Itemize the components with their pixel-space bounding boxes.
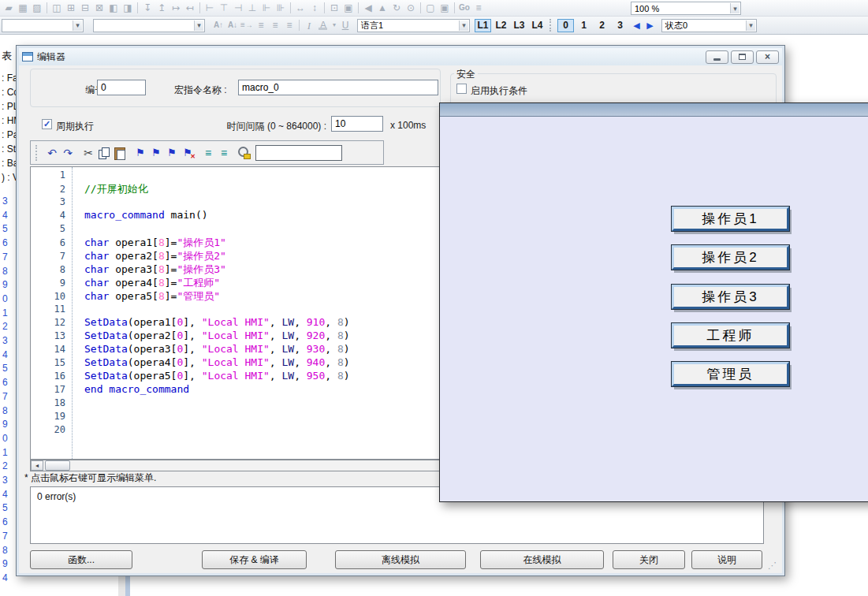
toolbar-grip[interactable]	[549, 19, 553, 32]
language-combo[interactable]: 语言1 ▾	[357, 19, 470, 32]
toolbar-grip[interactable]	[35, 145, 39, 161]
sidebar-item-fragment[interactable]: : Co	[2, 87, 16, 98]
align-window-left-icon[interactable]: ◫	[50, 2, 64, 14]
sidebar-window-number-fragment[interactable]: 7	[2, 251, 8, 263]
layer-button-l2[interactable]: L2	[493, 19, 509, 32]
dialog-titlebar[interactable]: 编辑器 ×	[19, 48, 782, 65]
state-index-button-1[interactable]: 1	[576, 19, 592, 32]
resize-grip-icon[interactable]: ⋰	[768, 561, 777, 571]
interval-input[interactable]	[331, 116, 383, 132]
sidebar-window-number-fragment[interactable]: 8	[2, 545, 8, 556]
sidebar-window-number-fragment[interactable]: 9	[2, 419, 8, 430]
font-color-icon[interactable]: A	[316, 19, 330, 32]
same-size-icon[interactable]: ⊡	[327, 2, 341, 14]
offline-simulation-button[interactable]: 离线模拟	[335, 550, 466, 569]
chevron-down-icon[interactable]: ▾	[73, 20, 82, 31]
previous-state-arrow-icon[interactable]: ◀	[630, 20, 643, 31]
prev-bookmark-icon[interactable]: ⚑	[164, 145, 180, 161]
font-color-chevron-icon[interactable]: ▾	[330, 19, 338, 32]
align-horizontal-centers-icon[interactable]: ⊩	[259, 2, 274, 14]
sidebar-window-number-fragment[interactable]: 2	[2, 321, 8, 332]
online-simulation-button[interactable]: 在线模拟	[480, 550, 604, 569]
sidebar-item-fragment[interactable]: : Fa	[2, 73, 16, 84]
group-icon[interactable]: ▢	[423, 2, 438, 14]
sidebar-window-number-fragment[interactable]: 6	[2, 516, 8, 527]
flip-vertical-icon[interactable]: ▲	[375, 2, 389, 14]
chevron-down-icon[interactable]: ▾	[730, 3, 739, 13]
sidebar-window-number-fragment[interactable]: 9	[2, 558, 8, 569]
periodic-execution-checkbox[interactable]: ✓	[42, 119, 52, 129]
italic-icon[interactable]: I	[302, 19, 316, 32]
font-combo[interactable]: ▾	[2, 19, 84, 32]
find-text-input[interactable]	[255, 145, 342, 161]
hmi-user-button-3[interactable]: 操作员3	[672, 285, 789, 309]
state-index-button-3[interactable]: 3	[612, 19, 628, 32]
cut-icon[interactable]: ✂	[80, 145, 96, 161]
chevron-down-icon[interactable]: ▾	[194, 20, 203, 31]
layer-icon[interactable]: ≡	[471, 2, 486, 14]
text-wrap-icon[interactable]: ≡→	[240, 19, 254, 32]
state-index-button-2[interactable]: 2	[594, 19, 610, 32]
align-text-right-icon[interactable]: ≡	[282, 19, 296, 32]
minimize-button[interactable]	[706, 50, 728, 64]
distribute-up-icon[interactable]: ↥	[155, 2, 169, 14]
scrollbar-thumb[interactable]	[45, 460, 70, 471]
find-icon[interactable]	[237, 145, 252, 161]
sidebar-window-number-fragment[interactable]: 5	[2, 502, 8, 513]
increase-font-size-icon[interactable]: A↑	[211, 19, 225, 32]
chevron-down-icon[interactable]: ▾	[459, 20, 468, 31]
next-bookmark-icon[interactable]: ⚑	[148, 145, 164, 161]
goto-line-icon[interactable]: ≡	[200, 145, 216, 161]
align-bottom-edges-icon[interactable]: ⊪	[274, 2, 288, 14]
sidebar-window-number-fragment[interactable]: 4	[2, 489, 8, 500]
sidebar-window-number-fragment[interactable]: 7	[2, 531, 8, 542]
sidebar-window-number-fragment[interactable]: 2	[2, 460, 8, 471]
redo-icon[interactable]: ↷	[60, 145, 76, 161]
state-index-button-0[interactable]: 0	[557, 19, 574, 32]
help-button[interactable]: 说明	[691, 550, 762, 569]
preview-titlebar[interactable]	[440, 103, 868, 117]
sidebar-item-fragment[interactable]: : Ba	[2, 158, 16, 169]
sidebar-window-number-fragment[interactable]: 6	[2, 237, 8, 248]
pane-divider[interactable]	[118, 573, 130, 596]
align-text-center-icon[interactable]: ≡	[268, 19, 282, 32]
fill-solid-icon[interactable]: ▰	[2, 2, 16, 14]
align-window-top-icon[interactable]: ⊟	[78, 2, 92, 14]
distribute-right-icon[interactable]: ↦	[169, 2, 183, 14]
sidebar-window-number-fragment[interactable]: 3	[2, 196, 8, 207]
same-height-icon[interactable]: ↕	[307, 2, 322, 14]
chevron-down-icon[interactable]: ▾	[746, 20, 755, 31]
hmi-user-button-5[interactable]: 管理员	[672, 362, 789, 386]
zoom-level-combo[interactable]: 100 % ▾	[631, 2, 741, 15]
align-right-edges-icon[interactable]: ⊣	[231, 2, 245, 14]
sidebar-window-number-fragment[interactable]: 3	[2, 335, 8, 346]
center-horizontal-window-icon[interactable]: ⊞	[64, 2, 78, 14]
sidebar-window-number-fragment[interactable]: 6	[2, 377, 8, 388]
reformat-icon[interactable]: ≡	[216, 145, 232, 161]
save-compile-button[interactable]: 保存 & 编译	[202, 550, 307, 569]
state-combo[interactable]: 状态0 ▾	[661, 19, 757, 32]
sidebar-item-fragment[interactable]: ) : V	[2, 172, 16, 183]
align-vertical-centers-icon[interactable]: ⊤	[217, 2, 231, 14]
decrease-font-size-icon[interactable]: A↓	[225, 19, 240, 32]
same-width-icon[interactable]: ↔	[293, 2, 307, 14]
paste-icon[interactable]	[112, 145, 128, 161]
functions-button[interactable]: 函数...	[30, 550, 132, 569]
hmi-user-button-2[interactable]: 操作员2	[672, 245, 789, 270]
hmi-user-button-1[interactable]: 操作员1	[672, 207, 789, 231]
sidebar-window-number-fragment[interactable]: 0	[2, 433, 8, 444]
attribute-combo[interactable]: ▾	[93, 19, 205, 32]
distribute-left-icon[interactable]: ↤	[183, 2, 197, 14]
nudge-icon[interactable]: ▣	[341, 2, 356, 14]
sidebar-item-fragment[interactable]: : HM	[2, 115, 16, 126]
sidebar-tab-label[interactable]: 表	[2, 49, 12, 63]
fill-pattern-icon[interactable]: ▦	[16, 2, 30, 14]
close-button[interactable]: 关闭	[613, 550, 685, 569]
rotate-icon[interactable]: ↻	[389, 2, 404, 14]
pin-icon[interactable]: ⊙	[404, 2, 418, 14]
align-window-bottom-icon[interactable]: ◨	[121, 2, 135, 14]
align-window-right-icon[interactable]: ◧	[106, 2, 121, 14]
undo-icon[interactable]: ↶	[44, 145, 60, 161]
sidebar-window-number-fragment[interactable]: 1	[2, 447, 8, 458]
clear-bookmarks-icon[interactable]: ⚑	[180, 145, 196, 161]
